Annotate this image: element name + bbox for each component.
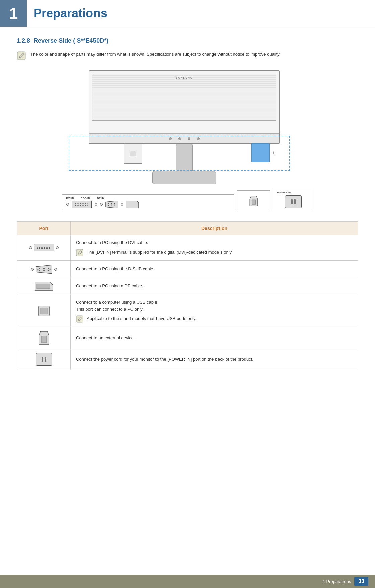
table-cell-power-icon [17,349,71,370]
diagram-area: SAMSUNG DP [17,70,358,211]
page-title-area: Preparations [27,0,375,27]
svg-rect-0 [17,52,25,60]
usb-note-icon [76,315,83,323]
svg-point-17 [43,270,45,271]
table-power-slot-2 [45,357,46,362]
dp-connector [126,201,139,208]
dvi-dots [75,203,88,206]
svg-rect-11 [76,249,83,256]
svg-point-20 [49,268,51,270]
note-box: The color and shape of parts may differ … [17,51,358,60]
rgb-desc-text: Connect to a PC using the D-SUB cable. [76,266,154,271]
footer-page-number: 33 [354,577,368,586]
svg-point-4 [114,203,115,204]
table-dvi-connector [34,244,54,251]
table-row-dp: Connect to a PC using a DP cable. [17,278,358,295]
svg-marker-1 [105,201,118,208]
svg-point-7 [114,205,115,206]
svg-point-18 [48,270,49,271]
port-labels-left: DVI IN RGB IN DP IN [66,197,230,200]
stand-base [152,171,216,184]
table-cell-rgb-icon [17,260,71,278]
dp-small-label: DP [272,151,275,154]
power-icon-area [277,195,309,208]
svg-rect-10 [252,200,255,204]
blue-rect-diagram [251,143,270,162]
svg-point-19 [37,269,38,270]
monitor-screen: SAMSUNG [92,74,276,121]
svg-rect-22 [37,284,50,289]
brand-label: SAMSUNG [176,76,193,80]
page-header: 1 Preparations [0,0,375,27]
table-cell-rgb-desc: Connect to a PC using the D-SUB cable. [71,260,358,278]
footer-text: 1 Preparations [323,579,351,584]
page-footer: 1 Preparations 33 [0,575,375,588]
svg-rect-24 [41,308,47,314]
table-hdmi-connector [39,331,49,345]
table-cell-dvi-desc: Connect to a PC using the DVI cable. The… [71,235,358,261]
svg-point-6 [111,205,112,206]
usb-note: Applicable to the stand models that have… [76,315,353,323]
table-vga-connector [36,265,52,274]
port-group-left: DVI IN RGB IN DP IN [62,194,234,211]
ports-row: DVI IN RGB IN DP IN [62,189,313,211]
table-cell-usb-desc: Connect to a computer using a USB cable.… [71,295,358,327]
usb-desc-text-2: This port can connect to a PC only. [76,306,353,313]
svg-point-14 [43,268,45,269]
usb-diagram-box [124,143,142,164]
table-header-port: Port [17,222,71,235]
dvi-icon-area [22,244,65,251]
dvi-note-text: The [DVI IN] terminal is supplied for th… [87,249,233,256]
table-header-description: Description [71,222,358,235]
table-power-connector [36,353,52,366]
power-slot-1 [291,199,293,204]
svg-rect-27 [41,336,47,343]
table-power-slot-1 [42,357,43,362]
vga-right-dot [121,203,123,206]
ports-table: Port Description [17,221,358,370]
dvi-desc-text: Connect to a PC using the DVI cable. [76,239,353,246]
usb-diagram-icon [130,151,136,156]
dp-icon-area [22,282,65,291]
dp-desc-text: Connect to a PC using a DP cable. [76,283,143,288]
dp-label: DP IN [97,197,104,200]
table-cell-power-desc: Connect the power cord for your monitor … [71,349,358,370]
rgb-label: RGB IN [81,197,90,200]
port-group-hdmi [237,190,270,211]
table-row-rgb: Connect to a PC using the D-SUB cable. [17,260,358,278]
table-cell-hdmi-icon [17,327,71,349]
note-text: The color and shape of parts may differ … [30,51,280,58]
dvi-note-icon [76,249,83,256]
power-slot-2 [294,199,296,204]
usb-icon-area [22,305,65,317]
svg-marker-8 [126,201,139,208]
rgb-icon-area [22,265,65,274]
chapter-number: 1 [0,0,27,27]
usb-desc-text-1: Connect to a computer using a USB cable. [76,299,353,306]
svg-point-15 [48,268,49,269]
power-desc-text: Connect the power cord for your monitor … [76,357,253,362]
table-row-power: Connect the power cord for your monitor … [17,349,358,370]
dvi-connector [72,201,92,208]
svg-point-3 [111,203,112,204]
power-icon-area-table [22,353,65,366]
note-icon [17,51,26,60]
svg-point-16 [39,270,40,271]
table-dvi-dot-right [56,246,59,249]
dvi-note: The [DVI IN] terminal is supplied for th… [76,249,353,256]
dvi-left-dot [66,203,69,206]
vga-connector [105,201,118,208]
hdmi-connector-diagram [249,196,259,206]
table-cell-dvi-icon [17,235,71,261]
table-usb-connector [38,305,50,317]
table-cell-usb-icon [17,295,71,327]
table-vga-dot-right [54,268,57,271]
table-row-hdmi: Connect to an external device. [17,327,358,349]
table-cell-hdmi-desc: Connect to an external device. [71,327,358,349]
table-vga-dot-left [31,268,34,271]
port-icons-left [66,201,230,208]
monitor-body: SAMSUNG [89,70,280,144]
usb-note-text: Applicable to the stand models that have… [87,315,196,322]
svg-point-2 [108,203,109,204]
table-dvi-dot-left [29,246,32,249]
